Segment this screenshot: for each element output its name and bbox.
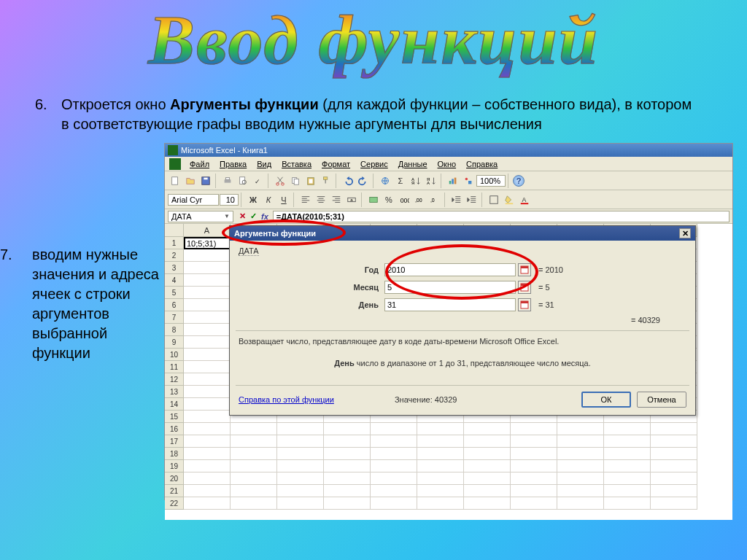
redo-icon[interactable] bbox=[356, 174, 371, 188]
cell[interactable] bbox=[184, 373, 231, 386]
row-7[interactable]: 7 bbox=[165, 311, 184, 324]
italic-icon[interactable]: К bbox=[261, 192, 276, 207]
cell[interactable] bbox=[231, 497, 277, 510]
chart-icon[interactable] bbox=[446, 174, 460, 188]
cell[interactable] bbox=[324, 423, 371, 435]
menu-file[interactable]: Файл bbox=[185, 159, 214, 169]
cell[interactable] bbox=[511, 448, 557, 460]
cell[interactable]: 10;5;31) bbox=[184, 237, 231, 249]
col-A[interactable]: A bbox=[184, 224, 231, 237]
row-22[interactable]: 22 bbox=[165, 497, 184, 510]
cell[interactable] bbox=[184, 435, 231, 448]
menu-data[interactable]: Данные bbox=[394, 159, 432, 169]
align-center-icon[interactable] bbox=[314, 192, 328, 207]
cell[interactable] bbox=[184, 349, 231, 361]
cell[interactable] bbox=[231, 435, 277, 448]
cancel-button[interactable]: Отмена bbox=[637, 392, 686, 408]
cell[interactable] bbox=[184, 324, 231, 336]
cell[interactable] bbox=[277, 435, 324, 448]
menu-view[interactable]: Вид bbox=[252, 159, 276, 169]
cell[interactable] bbox=[557, 460, 604, 472]
cell[interactable] bbox=[417, 423, 464, 435]
cell[interactable] bbox=[511, 460, 557, 472]
cell[interactable] bbox=[604, 435, 651, 448]
cell[interactable] bbox=[557, 472, 604, 485]
cell[interactable] bbox=[557, 485, 604, 497]
cell[interactable] bbox=[651, 460, 697, 472]
hyperlink-icon[interactable] bbox=[378, 174, 392, 188]
cell[interactable] bbox=[184, 311, 231, 324]
select-all-corner[interactable] bbox=[165, 224, 184, 237]
row-10[interactable]: 10 bbox=[165, 349, 184, 361]
cell[interactable] bbox=[324, 435, 371, 448]
cell[interactable] bbox=[417, 435, 464, 448]
cell[interactable] bbox=[511, 423, 557, 435]
cell[interactable] bbox=[557, 448, 604, 460]
fx-icon[interactable]: fx bbox=[260, 212, 270, 221]
cell[interactable] bbox=[231, 472, 277, 485]
align-left-icon[interactable] bbox=[298, 192, 313, 207]
cell[interactable] bbox=[371, 472, 417, 485]
cell[interactable] bbox=[371, 435, 417, 448]
cell[interactable] bbox=[371, 460, 417, 472]
cell[interactable] bbox=[231, 460, 277, 472]
autosum-icon[interactable]: Σ bbox=[393, 174, 408, 188]
cell[interactable] bbox=[557, 435, 604, 448]
cancel-formula-icon[interactable]: ✕ bbox=[238, 211, 247, 221]
cell[interactable] bbox=[604, 485, 651, 497]
cell[interactable] bbox=[184, 460, 231, 472]
row-5[interactable]: 5 bbox=[165, 287, 184, 299]
row-17[interactable]: 17 bbox=[165, 435, 184, 448]
cell[interactable] bbox=[651, 485, 697, 497]
range-pick-icon[interactable] bbox=[518, 281, 531, 294]
menu-window[interactable]: Окно bbox=[433, 159, 461, 169]
row-21[interactable]: 21 bbox=[165, 485, 184, 497]
row-18[interactable]: 18 bbox=[165, 448, 184, 460]
cell[interactable] bbox=[651, 448, 697, 460]
cell[interactable] bbox=[464, 497, 511, 510]
open-icon[interactable] bbox=[183, 174, 198, 188]
cell[interactable] bbox=[371, 497, 417, 510]
cell[interactable] bbox=[417, 448, 464, 460]
row-3[interactable]: 3 bbox=[165, 262, 184, 274]
row-2[interactable]: 2 bbox=[165, 249, 184, 262]
row-20[interactable]: 20 bbox=[165, 472, 184, 485]
row-1[interactable]: 1 bbox=[165, 237, 184, 249]
cell[interactable] bbox=[184, 497, 231, 510]
cell[interactable] bbox=[651, 497, 697, 510]
cell[interactable] bbox=[277, 448, 324, 460]
dialog-close-button[interactable]: ✕ bbox=[679, 228, 691, 238]
cut-icon[interactable] bbox=[273, 174, 287, 188]
inc-decimal-icon[interactable]: ,00 bbox=[412, 192, 427, 207]
name-box[interactable]: ДАТА ▼ bbox=[168, 211, 233, 222]
ok-button[interactable]: ОК bbox=[581, 392, 631, 408]
menu-help[interactable]: Справка bbox=[462, 159, 502, 169]
cell[interactable] bbox=[184, 398, 231, 411]
arg-input-month[interactable] bbox=[384, 281, 516, 294]
menu-tools[interactable]: Сервис bbox=[356, 159, 392, 169]
font-color-icon[interactable]: A bbox=[517, 192, 532, 207]
font-size-select[interactable]: 10 bbox=[220, 194, 239, 206]
cell[interactable] bbox=[604, 497, 651, 510]
cell[interactable] bbox=[651, 435, 697, 448]
cell[interactable] bbox=[231, 423, 277, 435]
borders-icon[interactable] bbox=[487, 192, 501, 207]
cell[interactable] bbox=[184, 423, 231, 435]
enter-formula-icon[interactable]: ✓ bbox=[249, 211, 258, 221]
row-13[interactable]: 13 bbox=[165, 386, 184, 398]
align-right-icon[interactable] bbox=[329, 192, 344, 207]
cell[interactable] bbox=[184, 299, 231, 311]
bold-icon[interactable]: Ж bbox=[246, 192, 260, 207]
function-help-link[interactable]: Справка по этой функции bbox=[239, 395, 334, 404]
cell[interactable] bbox=[417, 472, 464, 485]
cell[interactable] bbox=[184, 262, 231, 274]
cell[interactable] bbox=[371, 423, 417, 435]
font-name-select[interactable]: Arial Cyr bbox=[168, 194, 219, 206]
row-4[interactable]: 4 bbox=[165, 274, 184, 287]
cell[interactable] bbox=[604, 472, 651, 485]
cell[interactable] bbox=[324, 448, 371, 460]
row-15[interactable]: 15 bbox=[165, 411, 184, 423]
cell[interactable] bbox=[184, 249, 231, 262]
currency-icon[interactable] bbox=[366, 192, 381, 207]
row-8[interactable]: 8 bbox=[165, 324, 184, 336]
